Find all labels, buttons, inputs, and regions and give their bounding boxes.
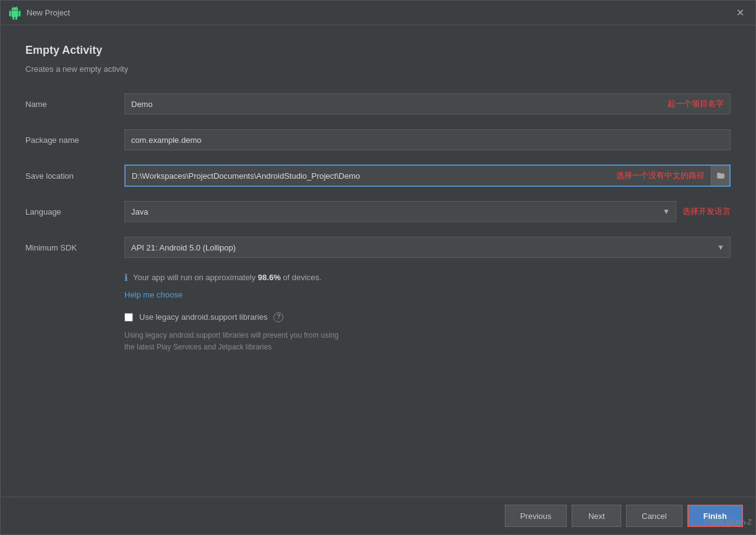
package-input[interactable] [124,129,731,150]
legacy-label: Use legacy android.support libraries [139,312,267,322]
save-location-input[interactable] [126,168,610,184]
dialog-title: New Project [27,8,70,17]
help-link[interactable]: Help me choose [124,290,183,299]
language-select[interactable]: Java Kotlin [124,201,676,222]
title-bar-left: New Project [8,6,70,20]
language-select-wrapper: Java Kotlin ▼ [124,201,676,222]
info-text-prefix: Your app will run on approximately [133,273,258,282]
min-sdk-select[interactable]: API 16: Android 4.1 (Jelly Bean) API 21:… [124,237,731,258]
save-location-row: Save location 选择一个没有中文的路径 [25,164,731,187]
language-label: Language [25,207,124,216]
activity-desc: Creates a new empty activity [25,64,731,74]
name-annotation: 起一个项目名字 [661,98,730,109]
dialog-footer: Previous Next Cancel Finish CSDN @Otm-Z [1,497,755,534]
name-input-wrapper: 起一个项目名字 [124,93,731,114]
name-row: Name 起一个项目名字 [25,92,731,116]
info-section: ℹ Your app will run on approximately 98.… [124,272,731,300]
previous-button[interactable]: Previous [505,505,567,527]
legacy-checkbox-row: Use legacy android.support libraries ? [124,312,731,322]
package-label: Package name [25,135,124,145]
save-location-label: Save location [25,171,124,181]
close-button[interactable]: ✕ [732,6,748,20]
folder-icon [716,171,725,180]
activity-title: Empty Activity [25,44,731,57]
legacy-desc-line2: the latest Play Services and Jetpack lib… [124,343,272,351]
android-logo-icon [8,6,22,20]
min-sdk-label: Minimum SDK [25,243,124,252]
info-icon: ℹ [124,272,128,283]
save-location-wrapper: 选择一个没有中文的路径 [124,165,731,187]
legacy-desc-line1: Using legacy android.support libraries w… [124,331,338,340]
save-location-annotation: 选择一个没有中文的路径 [610,170,711,181]
legacy-help-icon[interactable]: ? [273,312,283,322]
package-name-row: Package name [25,128,731,152]
info-percent: 98.6% [258,273,281,282]
name-input[interactable] [125,96,661,113]
min-sdk-row: Minimum SDK API 16: Android 4.1 (Jelly B… [25,236,731,259]
legacy-checkbox[interactable] [124,313,133,322]
new-project-dialog: New Project ✕ Empty Activity Creates a n… [0,0,756,535]
language-annotation: 选择开发语言 [682,206,731,217]
language-row: Language Java Kotlin ▼ 选择开发语言 [25,200,731,223]
name-label: Name [25,100,124,109]
info-row: ℹ Your app will run on approximately 98.… [124,272,731,284]
browse-folder-button[interactable] [711,166,729,186]
watermark: CSDN @Otm-Z [704,518,752,526]
info-text-suffix: of devices. [281,273,322,282]
form-content: Empty Activity Creates a new empty activ… [1,25,755,497]
legacy-desc: Using legacy android.support libraries w… [124,330,458,353]
title-bar: New Project ✕ [1,1,755,25]
min-sdk-select-wrapper: API 16: Android 4.1 (Jelly Bean) API 21:… [124,237,731,258]
cancel-button[interactable]: Cancel [626,505,682,527]
info-text: Your app will run on approximately 98.6%… [133,272,322,284]
next-button[interactable]: Next [572,505,621,527]
